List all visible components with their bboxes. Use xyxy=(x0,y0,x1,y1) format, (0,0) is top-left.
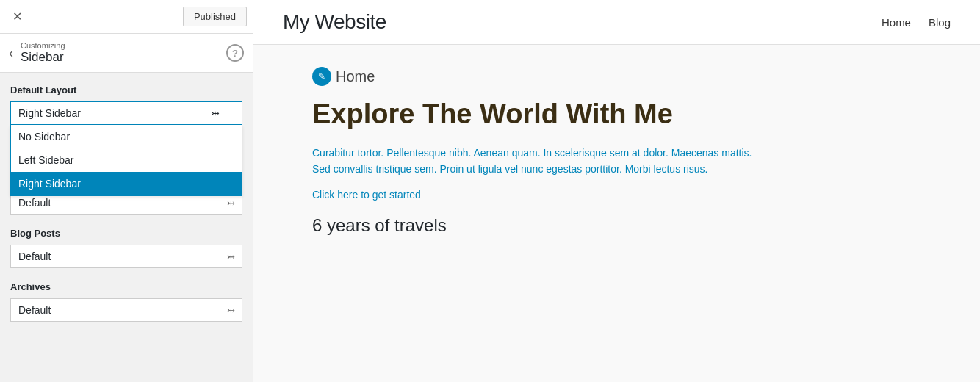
default-layout-dropdown-open[interactable]: Right Sidebar ⤔ No Sidebar Left Sidebar … xyxy=(10,101,242,125)
back-arrow-icon[interactable]: ‹ xyxy=(9,46,13,60)
close-button[interactable]: ✕ xyxy=(6,6,28,28)
default-layout-value: Right Sidebar xyxy=(18,107,81,119)
chevron-down-icon: ⤔ xyxy=(211,107,220,119)
customizing-label: Customizing xyxy=(21,41,226,50)
help-icon[interactable]: ? xyxy=(226,44,244,62)
customizer-panel: ✕ Published ‹ Customizing Sidebar ? Defa… xyxy=(0,0,253,382)
default-layout-trigger[interactable]: Right Sidebar ⤔ xyxy=(10,101,242,125)
option-right-sidebar[interactable]: Right Sidebar xyxy=(11,172,242,195)
default-layout-list: No Sidebar Left Sidebar Right Sidebar xyxy=(10,125,242,196)
nav-blog[interactable]: Blog xyxy=(929,16,951,29)
site-cta-link[interactable]: Click here to get started xyxy=(312,189,921,201)
site-header: My Website Home Blog xyxy=(253,0,980,45)
archives-dropdown-container: Default ⤔ xyxy=(10,298,242,322)
option-no-sidebar[interactable]: No Sidebar xyxy=(11,125,242,148)
top-bar: ✕ Published xyxy=(0,0,253,34)
customizing-info: Customizing Sidebar xyxy=(21,41,226,65)
page-edit-icon: ✎ xyxy=(312,67,331,86)
site-body: ✎ Home Explore The World With Me Curabit… xyxy=(253,45,980,382)
nav-home[interactable]: Home xyxy=(882,16,911,29)
archives-select[interactable]: Default xyxy=(10,298,242,322)
default-layout-label: Default Layout xyxy=(10,84,242,96)
page-indicator: ✎ Home xyxy=(312,67,921,86)
blog-posts-dropdown-container: Default ⤔ xyxy=(10,245,242,268)
site-title: My Website xyxy=(283,10,386,34)
archives-label: Archives xyxy=(10,281,242,292)
page-name: Home xyxy=(336,68,375,85)
site-heading: Explore The World With Me xyxy=(312,98,921,131)
customizing-title: Sidebar xyxy=(21,50,226,65)
panel-content: Default Layout Right Sidebar ⤔ No Sideba… xyxy=(0,73,253,382)
blog-posts-select[interactable]: Default xyxy=(10,245,242,268)
blog-posts-label: Blog Posts xyxy=(10,228,242,239)
site-section-title: 6 years of travels xyxy=(312,215,921,236)
site-nav: Home Blog xyxy=(882,16,951,29)
option-left-sidebar[interactable]: Left Sidebar xyxy=(11,148,242,172)
published-button[interactable]: Published xyxy=(183,7,247,26)
site-preview: My Website Home Blog ✎ Home Explore The … xyxy=(253,0,980,382)
site-description-line1: Curabitur tortor. Pellentesque nibh. Aen… xyxy=(312,145,812,178)
customizing-header: ‹ Customizing Sidebar ? xyxy=(0,34,253,73)
